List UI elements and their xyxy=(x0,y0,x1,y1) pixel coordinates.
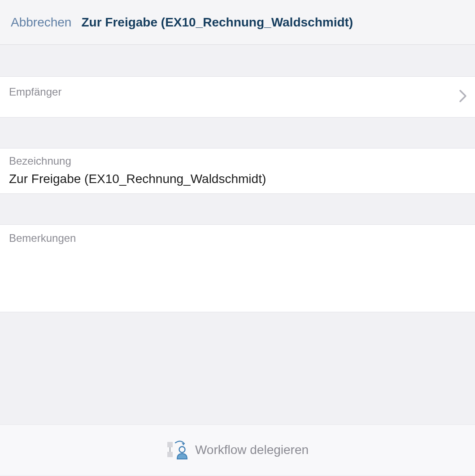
svg-rect-0 xyxy=(167,442,173,447)
remarks-input[interactable] xyxy=(9,245,466,307)
svg-rect-1 xyxy=(167,452,173,457)
remarks-section: Bemerkungen xyxy=(0,224,475,312)
remarks-label: Bemerkungen xyxy=(9,232,466,245)
recipient-label: Empfänger xyxy=(9,84,61,98)
cancel-button[interactable]: Abbrechen xyxy=(11,15,71,30)
header-bar: Abbrechen Zur Freigabe (EX10_Rechnung_Wa… xyxy=(0,0,475,45)
workflow-delegate-icon xyxy=(166,440,189,460)
description-input[interactable] xyxy=(9,167,466,186)
chevron-right-icon xyxy=(459,89,467,105)
spacer xyxy=(0,194,475,224)
spacer xyxy=(0,312,475,424)
delegate-workflow-label: Workflow delegieren xyxy=(195,443,309,457)
svg-point-4 xyxy=(179,447,185,453)
recipient-row[interactable]: Empfänger xyxy=(0,76,475,118)
description-section: Bezeichnung xyxy=(0,148,475,194)
page-title: Zur Freigabe (EX10_Rechnung_Waldschmidt) xyxy=(81,15,353,30)
spacer xyxy=(0,118,475,148)
description-label: Bezeichnung xyxy=(9,155,466,167)
delegate-workflow-button[interactable]: Workflow delegieren xyxy=(0,424,475,475)
spacer xyxy=(0,45,475,76)
